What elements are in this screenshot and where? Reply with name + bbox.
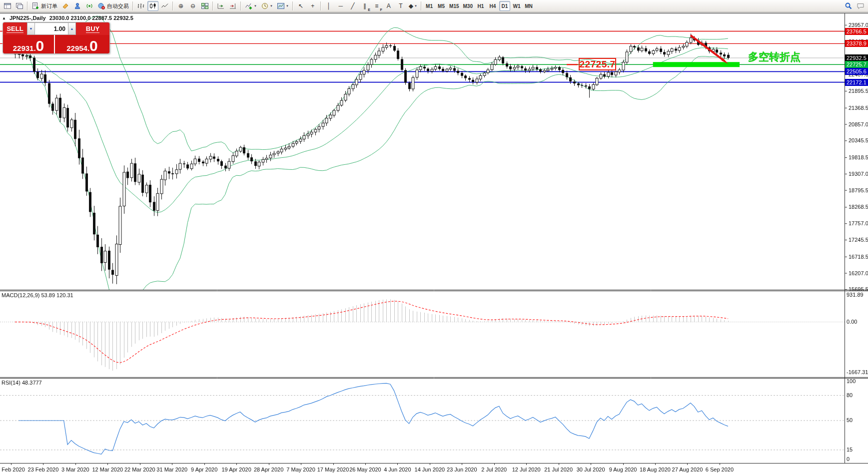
mql5-community-icon[interactable] xyxy=(72,1,83,11)
macd-axis-label: -1667.31 xyxy=(847,369,868,375)
equidistant-channel-button[interactable]: ∥E xyxy=(359,1,370,11)
periods-button[interactable]: ▼ xyxy=(259,1,274,11)
time-axis-label: 18 Aug 2020 xyxy=(640,467,671,473)
time-axis-label: 3 Feb 2020 xyxy=(0,467,25,473)
price-axis-tick: 19307.0 xyxy=(849,171,868,177)
auto-scroll-button[interactable] xyxy=(215,1,226,11)
cursor-button[interactable]: ↖ xyxy=(295,1,306,11)
buy-price-main: 22954. xyxy=(66,44,89,52)
volume-input[interactable]: 1.00 xyxy=(35,22,68,35)
time-axis-label: 22 Mar 2020 xyxy=(124,467,155,473)
volume-increase-button[interactable]: ▲ xyxy=(68,22,76,35)
time-axis-label: 4 Jun 2020 xyxy=(384,467,411,473)
buy-price-big-digit: 0 xyxy=(89,39,98,52)
indicators-button[interactable]: ▼ xyxy=(243,1,258,11)
time-axis-label: 23 Feb 2020 xyxy=(28,467,59,473)
price-axis-tick: 19818.5 xyxy=(849,154,868,160)
autotrading-button[interactable]: 自动交易 xyxy=(96,1,130,11)
rsi-axis-label: 50 xyxy=(847,417,853,423)
vertical-line-button[interactable]: │ xyxy=(323,1,334,11)
toolbar-separator xyxy=(212,1,213,10)
price-axis-tick: 16207.0 xyxy=(849,270,868,276)
sell-price-display[interactable]: 22931. 0 xyxy=(3,35,54,53)
time-axis-label: 9 Aug 2020 xyxy=(609,467,637,473)
signals-icon[interactable] xyxy=(84,1,95,11)
time-axis-label: 3 Mar 2020 xyxy=(61,467,89,473)
timeframe-h1[interactable]: H1 xyxy=(475,1,486,11)
timeframe-m15[interactable]: M15 xyxy=(448,1,460,11)
time-axis-label: 14 Jun 2020 xyxy=(415,467,445,473)
rsi-axis-label: 80 xyxy=(847,392,853,398)
tile-windows-button[interactable] xyxy=(199,1,210,11)
arrows-tool-button-dropdown-icon[interactable]: ▼ xyxy=(414,4,417,7)
chart-shift-button[interactable] xyxy=(227,1,238,11)
price-axis-tick: 18268.5 xyxy=(849,204,868,210)
time-axis-label: 19 Apr 2020 xyxy=(221,467,251,473)
timeframe-m30[interactable]: M30 xyxy=(462,1,474,11)
zoom-out-button[interactable]: ⊖ xyxy=(187,1,198,11)
templates-button-dropdown-icon[interactable]: ▼ xyxy=(286,4,289,7)
zoom-in-button[interactable]: ⊕ xyxy=(175,1,186,11)
chart-symbol-title: JPN225-,Daily xyxy=(9,15,46,21)
chat-button[interactable] xyxy=(855,1,866,11)
toolbar-separator xyxy=(172,1,173,10)
new-chart-button[interactable] xyxy=(2,1,13,11)
turning-point-label[interactable]: 多空转折点 xyxy=(748,50,801,64)
templates-button[interactable]: ▼ xyxy=(275,1,290,11)
chart-title-row: ▲ JPN225-,Daily 23030.0 23100.0 22887.5 … xyxy=(2,15,133,21)
window-marker-icon[interactable]: ▲ xyxy=(2,16,6,20)
timeframe-m1[interactable]: M1 xyxy=(424,1,435,11)
rsi-axis-label: 15 xyxy=(847,447,853,453)
line-chart-type-button[interactable] xyxy=(159,1,170,11)
price-axis-tick: 21895.5 xyxy=(849,88,868,94)
volume-decrease-button[interactable]: ▼ xyxy=(27,22,35,35)
search-button[interactable] xyxy=(843,1,854,11)
timeframe-m5[interactable]: M5 xyxy=(436,1,447,11)
time-axis-label: 28 Apr 2020 xyxy=(254,467,283,473)
price-axis-tick: 20857.0 xyxy=(849,121,868,127)
buy-price-display[interactable]: 22954. 0 xyxy=(55,35,109,53)
mt4-terminal: { "toolbar": { "groups": [ {"items":[ {"… xyxy=(0,0,868,475)
time-axis-label: 12 Jul 2020 xyxy=(512,467,541,473)
toolbar-separator xyxy=(421,1,422,10)
timeframe-h4[interactable]: H4 xyxy=(487,1,498,11)
price-axis-label: 22505.6 xyxy=(845,68,868,75)
label-tool-button[interactable]: T xyxy=(395,1,406,11)
price-axis-label: 23378.9 xyxy=(845,40,868,47)
crosshair-button[interactable]: + xyxy=(307,1,318,11)
price-axis-tick: 21368.5 xyxy=(849,105,868,111)
time-axis-label: 17 May 2020 xyxy=(317,467,349,473)
window-border xyxy=(0,13,868,13)
time-axis-label: 21 Jul 2020 xyxy=(544,467,573,473)
timeframe-d1[interactable]: D1 xyxy=(499,1,510,11)
buy-button[interactable]: BUY xyxy=(76,22,109,35)
new-order-button[interactable]: 新订单 xyxy=(30,1,59,11)
time-axis-label: 26 May 2020 xyxy=(349,467,381,473)
toolbar-separator xyxy=(292,1,293,10)
trendline-button[interactable]: ╱ xyxy=(347,1,358,11)
candlestick-type-button[interactable] xyxy=(147,1,158,11)
bar-chart-type-button[interactable] xyxy=(135,1,146,11)
main-toolbar: 新订单自动交易⊕⊖▼▼▼↖+│─╱∥E≡FAT◆▼M1M5M15M30H1H4D… xyxy=(0,0,868,12)
time-axis-label: 27 Aug 2020 xyxy=(672,467,703,473)
sell-button[interactable]: SELL xyxy=(3,22,27,35)
timeframe-w1[interactable]: W1 xyxy=(511,1,522,11)
history-center-icon[interactable] xyxy=(60,1,71,11)
time-axis-label: 23 Jun 2020 xyxy=(447,467,477,473)
price-axis-label: 23766.5 xyxy=(845,28,868,35)
chart-canvas[interactable] xyxy=(0,13,868,475)
macd-axis-label: 931.89 xyxy=(847,292,864,298)
timeframe-mn[interactable]: MN xyxy=(523,1,534,11)
rsi-axis-label: 100 xyxy=(847,378,856,384)
toolbar-separator xyxy=(240,1,241,10)
arrows-tool-button[interactable]: ◆▼ xyxy=(407,1,419,11)
profiles-button[interactable] xyxy=(14,1,25,11)
price-axis-label: 22725.7 xyxy=(845,61,868,68)
indicators-button-dropdown-icon[interactable]: ▼ xyxy=(254,4,257,7)
text-tool-button[interactable]: A xyxy=(383,1,394,11)
rsi-indicator-label: RSI(14) 48.3777 xyxy=(1,380,42,386)
fibonacci-button[interactable]: ≡F xyxy=(371,1,382,11)
periods-button-dropdown-icon[interactable]: ▼ xyxy=(270,4,273,7)
horizontal-line-button[interactable]: ─ xyxy=(335,1,346,11)
price-annotation-box[interactable]: 22725.7 xyxy=(579,58,616,70)
